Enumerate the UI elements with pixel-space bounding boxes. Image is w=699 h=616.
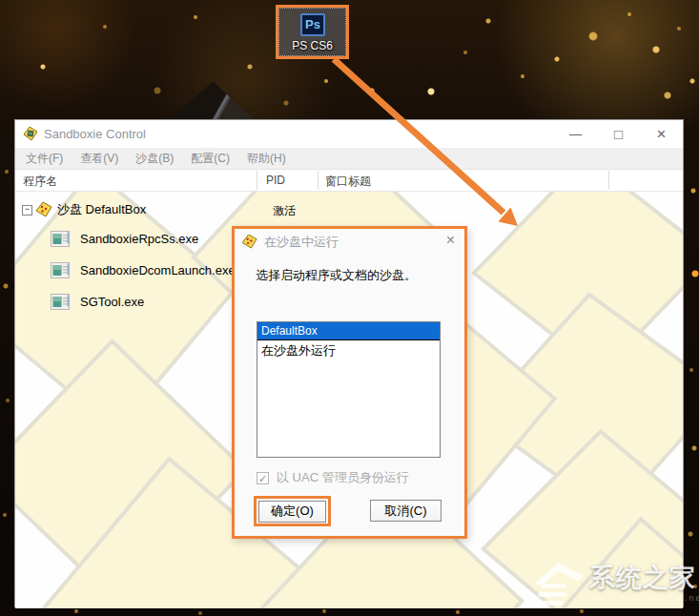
menu-item-view[interactable]: 查看(V): [72, 148, 127, 169]
background-shape: [169, 79, 263, 126]
annotation-highlight-ok: 确定(O): [254, 496, 331, 526]
tree-item-process[interactable]: SandboxieDcomLaunch.exe: [51, 259, 236, 280]
xitongzhijia-logo-icon: [530, 557, 587, 608]
close-button[interactable]: ×: [640, 120, 683, 148]
desktop-icon-ps-cs6[interactable]: Ps PS CS6: [278, 8, 346, 56]
sandbox-icon: [242, 235, 257, 249]
menu-item-configure[interactable]: 配置(C): [182, 148, 238, 169]
application-icon: [51, 293, 71, 310]
menu-bar: 文件(F) 查看(V) 沙盘(B) 配置(C) 帮助(H): [15, 148, 683, 170]
tree-item-process[interactable]: SGTool.exe: [51, 291, 144, 312]
checkbox-icon[interactable]: ✓: [257, 472, 269, 484]
cancel-button[interactable]: 取消(C): [370, 500, 442, 522]
dialog-message: 选择启动程序或文档的沙盘。: [256, 267, 417, 284]
sandbox-icon: [36, 202, 52, 217]
maximize-button[interactable]: □: [597, 120, 640, 148]
status-active: 激活: [273, 203, 296, 219]
listbox-item-run-outside[interactable]: 在沙盘外运行: [257, 340, 440, 361]
tree-item-label: SandboxieDcomLaunch.exe: [80, 263, 236, 277]
desktop-icon-label: PS CS6: [278, 39, 346, 52]
listbox-item-defaultbox[interactable]: DefaultBox: [257, 322, 440, 339]
minimize-button[interactable]: —: [554, 120, 597, 148]
dialog-title: 在沙盘中运行: [264, 234, 339, 251]
column-divider: [257, 171, 257, 190]
menu-item-help[interactable]: 帮助(H): [238, 148, 295, 169]
dialog-titlebar: 在沙盘中运行 ×: [235, 229, 464, 255]
column-program-name[interactable]: 程序名: [23, 174, 57, 190]
column-window-title[interactable]: 窗口标题: [325, 174, 371, 190]
sandbox-listbox: DefaultBox 在沙盘外运行: [257, 321, 441, 458]
window-controls: — □ ×: [554, 120, 683, 148]
photoshop-icon: Ps: [300, 13, 325, 36]
tree-expander-icon[interactable]: −: [22, 205, 32, 216]
watermark-subtitle: www.xitongzhijia.net: [591, 593, 699, 603]
site-watermark: 系统之家 www.xitongzhijia.net: [530, 551, 699, 614]
uac-checkbox[interactable]: ✓ 以 UAC 管理员身份运行: [257, 469, 409, 486]
annotation-highlight-icon: Ps PS CS6: [276, 5, 349, 59]
column-divider: [608, 171, 609, 190]
list-header: 程序名 PID 窗口标题: [15, 170, 683, 192]
sandboxie-icon: [23, 127, 38, 141]
run-in-sandbox-dialog: 在沙盘中运行 × 选择启动程序或文档的沙盘。 DefaultBox 在沙盘外运行…: [232, 226, 467, 539]
dialog-close-button[interactable]: ×: [446, 232, 455, 249]
column-divider: [318, 171, 319, 190]
checkbox-label: 以 UAC 管理员身份运行: [277, 469, 409, 486]
menu-item-file[interactable]: 文件(F): [17, 148, 72, 169]
window-title: Sandboxie Control: [44, 127, 146, 141]
window-titlebar: Sandboxie Control — □ ×: [15, 120, 683, 148]
application-icon: [51, 261, 71, 278]
tree-item-process[interactable]: SandboxieRpcSs.exe: [51, 228, 198, 249]
application-icon: [51, 230, 71, 247]
tree-item-label: SGTool.exe: [80, 295, 144, 309]
column-pid[interactable]: PID: [266, 174, 285, 187]
desktop-background: { "desktop": { "icon": { "label": "PS CS…: [0, 0, 699, 616]
tree-item-label: SandboxieRpcSs.exe: [80, 232, 198, 246]
ok-button[interactable]: 确定(O): [258, 501, 326, 523]
tree-item-defaultbox[interactable]: − 沙盘 DefaultBox: [22, 199, 146, 220]
menu-item-sandbox[interactable]: 沙盘(B): [127, 148, 182, 169]
tree-item-label: 沙盘 DefaultBox: [57, 201, 146, 218]
watermark-title: 系统之家: [589, 561, 696, 595]
